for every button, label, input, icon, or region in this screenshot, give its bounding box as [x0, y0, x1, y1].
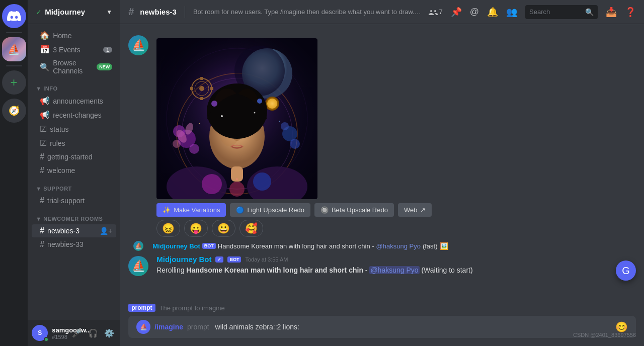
sidebar-item-browse[interactable]: 🔍 Browse Channels NEW — [32, 57, 116, 77]
channel-hash-icon: # — [128, 6, 134, 18]
msg3-mention[interactable]: @haksung Pyo — [369, 266, 419, 274]
server-name: Midjourney — [45, 8, 85, 16]
main-content: # newbies-3 Bot room for new users. Type… — [120, 0, 644, 346]
sidebar-item-rules[interactable]: ☑ rules — [32, 136, 116, 150]
svg-point-49 — [199, 123, 200, 124]
user-panel: S samgoodw... #1598 🎤 🎧 ⚙️ — [28, 320, 120, 346]
input-bar: ⛵ /imagine prompt 😊 — [120, 316, 644, 346]
bot-tag-3: BOT — [227, 256, 241, 263]
bot-author-3[interactable]: Midjourney Bot — [156, 255, 211, 264]
prompt-area: prompt The prompt to imagine — [120, 300, 644, 316]
getting-started-icon: # — [40, 152, 44, 161]
scroll-to-bottom-button[interactable]: G — [616, 261, 636, 281]
section-support-chevron: ▼ — [36, 186, 41, 192]
sidebar-item-getting-started[interactable]: # getting-started — [32, 150, 116, 163]
message-content-1: ✨ Make Variations 🔵 Light Upscale Redo 🔘… — [156, 34, 636, 237]
svg-rect-21 — [210, 87, 213, 90]
emoji-reaction-4[interactable]: 🥰 — [239, 220, 263, 237]
server-header[interactable]: ✓ Midjourney ▼ — [28, 0, 120, 24]
home-icon: 🏠 — [40, 31, 50, 40]
username: samgoodw... — [52, 326, 66, 334]
message-2-content: Midjourney Bot BOT Handsome Korean man w… — [152, 242, 448, 250]
emoji-reaction-3[interactable]: 😀 — [212, 220, 235, 237]
svg-point-51 — [236, 179, 238, 180]
make-variations-button[interactable]: ✨ Make Variations — [156, 203, 226, 217]
events-icon: 📅 — [40, 45, 50, 54]
channel-rules-label: rules — [50, 139, 112, 147]
add-server-button[interactable]: + — [2, 70, 26, 95]
section-support[interactable]: ▼ SUPPORT — [28, 178, 120, 194]
msg2-mention[interactable]: @haksung Pyo — [376, 242, 421, 250]
section-newcomer-chevron: ▼ — [36, 216, 41, 222]
mention-icon[interactable]: @ — [470, 7, 479, 17]
channel-header: # newbies-3 Bot room for new users. Type… — [120, 0, 644, 24]
emoji-reaction-2[interactable]: 😛 — [184, 220, 208, 237]
emoji-reaction-1[interactable]: 😖 — [156, 220, 180, 237]
bot-small-avatar: ⛵ — [133, 241, 143, 251]
input-user-avatar: ⛵ — [136, 320, 150, 334]
newbies-33-icon: # — [40, 240, 44, 249]
sidebar-item-newbies-3[interactable]: # newbies-3 👤+ — [32, 224, 116, 237]
bell-icon[interactable]: 🔔 — [487, 7, 498, 18]
bot-tag-2: BOT — [202, 243, 216, 249]
bot-name-2[interactable]: Midjourney Bot — [152, 242, 200, 250]
light-upscale-redo-label: Light Upscale Redo — [247, 206, 304, 214]
svg-rect-20 — [200, 97, 203, 100]
user-avatar-container: S — [32, 325, 48, 341]
sidebar-item-home[interactable]: 🏠 Home — [32, 29, 116, 42]
section-newcomer-rooms[interactable]: ▼ NEWCOMER ROOMS — [28, 208, 120, 224]
sidebar-item-events[interactable]: 📅 3 Events 1 — [32, 43, 116, 56]
sidebar-item-announcements[interactable]: 📢 announcements — [32, 94, 116, 108]
search-bar[interactable]: Search 🔍 — [525, 5, 598, 19]
inbox-icon[interactable]: 📥 — [606, 7, 617, 18]
sidebar-item-trial-support[interactable]: # trial-support — [32, 194, 116, 207]
trial-support-icon: # — [40, 196, 44, 205]
web-external-icon: ↗ — [420, 206, 426, 214]
light-upscale-redo-button[interactable]: 🔵 Light Upscale Redo — [230, 203, 310, 217]
message-header-3: Midjourney Bot ✓ BOT Today at 3:55 AM — [156, 255, 636, 264]
prompt-label-row: prompt The prompt to imagine — [128, 304, 636, 312]
beta-upscale-redo-label: Beta Upscale Redo — [332, 206, 388, 214]
action-buttons-row-1: ✨ Make Variations 🔵 Light Upscale Redo 🔘… — [156, 203, 636, 217]
channel-newbies-3-label: newbies-3 — [47, 227, 97, 235]
explore-button[interactable]: 🧭 — [2, 99, 26, 123]
beta-upscale-redo-button[interactable]: 🔘 Beta Upscale Redo — [314, 203, 394, 217]
emoji-picker-button[interactable]: 😊 — [615, 321, 628, 333]
add-member-icon: 👤+ — [100, 227, 112, 235]
user-controls: 🎤 🎧 ⚙️ — [70, 326, 116, 340]
imagine-input[interactable] — [215, 323, 611, 331]
sidebar-item-welcome[interactable]: # welcome — [32, 164, 116, 177]
web-button[interactable]: Web ↗ — [398, 203, 432, 217]
sidebar-item-recent-changes[interactable]: 📢 recent-changes — [32, 108, 116, 122]
midjourney-server-icon[interactable]: ⛵ — [2, 37, 26, 61]
pin-icon[interactable]: 📌 — [451, 7, 462, 18]
user-discriminator: #1598 — [52, 334, 66, 340]
browse-icon: 🔍 — [40, 62, 50, 72]
help-icon[interactable]: ❓ — [625, 7, 636, 18]
sidebar-item-status[interactable]: ☑ status — [32, 122, 116, 136]
section-info[interactable]: ▼ INFO — [28, 77, 120, 94]
status-icon: ☑ — [40, 124, 47, 134]
sidebar-item-events-label: 3 Events — [53, 46, 100, 54]
channel-list: 🏠 Home 📅 3 Events 1 🔍 Browse Channels NE… — [28, 24, 120, 320]
prompt-label: prompt — [128, 304, 155, 312]
input-field-label: prompt — [187, 323, 209, 331]
prompt-description: The prompt to imagine — [159, 304, 225, 312]
members-list-icon[interactable]: 👥 — [506, 7, 517, 18]
message-timestamp-3: Today at 3:55 AM — [245, 256, 288, 263]
sidebar-item-newbies-33[interactable]: # newbies-33 — [32, 238, 116, 251]
deafen-button[interactable]: 🎧 — [86, 326, 100, 340]
ai-generated-image — [156, 38, 317, 199]
events-count-badge: 1 — [103, 47, 112, 53]
channel-recent-changes-label: recent-changes — [53, 111, 112, 119]
svg-point-24 — [267, 99, 277, 109]
discord-home-button[interactable] — [2, 4, 26, 28]
settings-button[interactable]: ⚙️ — [102, 326, 116, 340]
light-upscale-icon: 🔵 — [236, 206, 244, 214]
ai-image-container — [156, 38, 317, 199]
header-divider — [185, 6, 185, 18]
bot-avatar-3: ⛵ — [128, 256, 148, 276]
channel-getting-started-label: getting-started — [47, 153, 112, 161]
mute-button[interactable]: 🎤 — [70, 326, 84, 340]
members-icon[interactable]: 7 — [428, 8, 442, 16]
